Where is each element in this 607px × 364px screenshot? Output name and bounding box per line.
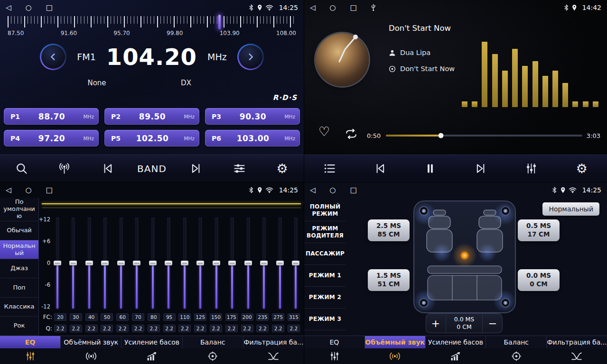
tab-bass-boost[interactable]: Усиление басов (426, 336, 486, 348)
preset-button-p1[interactable]: P188.70MHz (4, 108, 99, 125)
tab-surround-sound[interactable]: Объёмный звук (61, 336, 121, 348)
home-nav-button[interactable]: ○ (26, 4, 32, 11)
preset-button-p2[interactable]: P289.50MHz (104, 108, 199, 125)
previous-track-button[interactable] (366, 158, 393, 180)
q-value[interactable]: 2.2 (85, 325, 98, 332)
speaker-rear-left[interactable] (420, 299, 428, 307)
q-value[interactable]: 2.2 (163, 325, 176, 332)
speaker-rear-right[interactable] (501, 299, 510, 307)
fc-value[interactable]: 110 (178, 313, 191, 321)
crossover-filter-icon[interactable] (546, 348, 607, 364)
slider-thumb[interactable] (276, 261, 284, 265)
sound-mode-item[interactable]: РЕЖИМ 3 (304, 309, 346, 330)
seek-up-button[interactable] (237, 44, 264, 70)
tab-filtering[interactable]: Фильтрация ба... (547, 336, 607, 348)
slider-thumb[interactable] (117, 261, 125, 265)
next-track-button[interactable] (467, 158, 494, 180)
delay-rear-right[interactable]: 0.0 MS 0 CM (518, 269, 560, 291)
q-value[interactable]: 2.2 (225, 325, 238, 332)
q-value[interactable]: 2.2 (210, 325, 222, 332)
home-nav-button[interactable]: ○ (330, 4, 336, 11)
stations-button[interactable] (51, 158, 78, 180)
sound-mode-item[interactable]: РЕЖИМ ВОДИТЕЛЯ (304, 221, 346, 243)
progress-bar[interactable] (386, 135, 582, 136)
fc-value[interactable]: 315 (288, 313, 300, 321)
tab-filtering[interactable]: Фильтрация ба... (243, 336, 304, 348)
slider-thumb[interactable] (213, 261, 220, 265)
equalizer-button[interactable] (226, 158, 252, 180)
bass-boost-icon[interactable] (121, 348, 182, 364)
slider-thumb[interactable] (244, 261, 252, 265)
slider-thumb[interactable] (228, 261, 236, 265)
fc-value[interactable]: 20 (54, 313, 66, 321)
eq-preset-item[interactable]: Рок (0, 317, 38, 336)
delay-rear-left[interactable]: 1.5 MS 51 CM (368, 269, 410, 291)
settings-button[interactable]: ⚙ (269, 158, 296, 180)
fc-value[interactable]: 175 (225, 313, 238, 321)
q-value[interactable]: 2.2 (194, 325, 206, 332)
sound-mode-item[interactable]: ПАССАЖИР (304, 243, 346, 265)
eq-sliders-icon[interactable] (0, 348, 61, 364)
seek-down-button[interactable] (40, 44, 66, 70)
eq-preset-item[interactable]: Классика (0, 298, 38, 317)
eq-band-slider[interactable] (85, 218, 93, 309)
eq-preset-item[interactable]: Нормальный (0, 240, 38, 259)
speaker-front-left[interactable] (420, 207, 428, 215)
recents-nav-button[interactable]: □ (46, 187, 53, 194)
increase-delay-button[interactable]: + (426, 313, 446, 333)
playlist-button[interactable] (316, 158, 343, 180)
fc-value[interactable]: 70 (132, 313, 144, 321)
surround-sound-icon[interactable] (365, 348, 426, 364)
tab-balance[interactable]: Баланс (486, 336, 547, 348)
slider-thumb[interactable] (260, 261, 268, 265)
next-station-button[interactable] (183, 158, 209, 180)
speaker-front-right[interactable] (501, 207, 510, 215)
fc-value[interactable]: 95 (163, 313, 176, 321)
listening-position-marker[interactable] (460, 251, 469, 260)
q-value[interactable]: 2.2 (70, 325, 82, 332)
sound-mode-item[interactable]: РЕЖИМ 1 (304, 265, 346, 287)
preset-button-p4[interactable]: P497.20MHz (4, 130, 99, 146)
eq-band-slider[interactable] (228, 218, 236, 309)
band-button[interactable]: BAND (137, 163, 167, 174)
decrease-delay-button[interactable]: − (483, 313, 503, 333)
recents-nav-button[interactable]: □ (46, 4, 53, 11)
eq-band-slider[interactable] (180, 218, 188, 309)
slider-thumb[interactable] (149, 261, 157, 265)
preset-button-p6[interactable]: P6103.00MHz (205, 130, 300, 146)
tab-balance[interactable]: Баланс (183, 336, 243, 348)
q-value[interactable]: 2.2 (178, 325, 191, 332)
eq-preset-item[interactable]: Джаз (0, 259, 38, 278)
q-value[interactable]: 2.2 (241, 325, 253, 332)
eq-band-slider[interactable] (292, 218, 300, 309)
eq-sliders-icon[interactable] (304, 348, 365, 364)
slider-thumb[interactable] (69, 261, 77, 265)
slider-thumb[interactable] (133, 261, 140, 265)
previous-station-button[interactable] (94, 158, 121, 180)
fc-value[interactable]: 50 (101, 313, 113, 321)
recents-nav-button[interactable]: □ (350, 187, 357, 194)
q-value[interactable]: 2.2 (148, 325, 160, 332)
fc-value[interactable]: 30 (70, 313, 82, 321)
surround-sound-icon[interactable] (61, 348, 121, 364)
eq-preset-item[interactable]: По умолчанию (0, 198, 38, 221)
tab-eq[interactable]: EQ (0, 336, 61, 348)
sound-mode-item[interactable]: РЕЖИМ 2 (304, 287, 346, 309)
slider-thumb[interactable] (85, 261, 93, 265)
eq-band-slider[interactable] (101, 218, 109, 309)
eq-band-slider[interactable] (69, 218, 77, 309)
home-nav-button[interactable]: ○ (330, 187, 336, 194)
progress-knob[interactable] (438, 133, 443, 138)
slider-thumb[interactable] (165, 261, 172, 265)
recents-nav-button[interactable]: □ (350, 4, 357, 11)
fc-value[interactable]: 275 (272, 313, 284, 321)
delay-front-right[interactable]: 0.5 MS 17 CM (518, 219, 560, 241)
back-nav-button[interactable]: ◁ (6, 187, 11, 194)
slider-thumb[interactable] (292, 261, 299, 265)
fc-value[interactable]: 200 (241, 313, 253, 321)
back-nav-button[interactable]: ◁ (6, 4, 11, 11)
settings-button[interactable]: ⚙ (569, 158, 595, 180)
mixer-button[interactable] (518, 158, 544, 180)
sound-mode-item[interactable]: ПОЛНЫЙ РЕЖИМ (304, 200, 346, 221)
eq-preset-item[interactable]: Поп (0, 278, 38, 297)
